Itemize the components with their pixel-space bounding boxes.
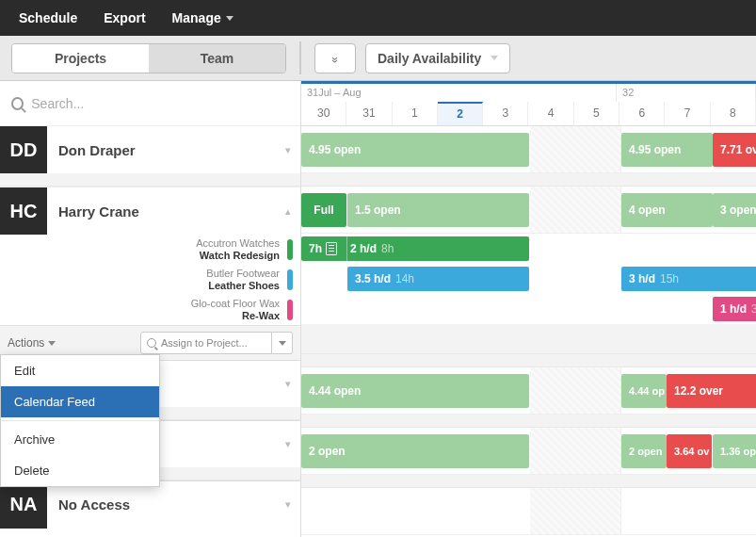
chevron-down-icon: [491, 56, 498, 60]
availability-bar[interactable]: Full: [301, 193, 346, 227]
day-cell-weekend[interactable]: 4: [528, 102, 573, 125]
day-cell-today[interactable]: 2: [438, 102, 483, 125]
assign-project-input[interactable]: [161, 337, 265, 349]
weekend: [530, 126, 621, 172]
menu-item-edit[interactable]: Edit: [1, 355, 159, 386]
day-cell[interactable]: 3: [483, 102, 528, 125]
over-bar[interactable]: 12.2 over: [667, 374, 756, 408]
timeline: 31 Jul – Aug 32 30 31 1 2 3 4 5 6 7 8: [301, 81, 756, 537]
menu-export[interactable]: Export: [104, 10, 145, 25]
top-menu: Schedule Export Manage: [0, 0, 756, 36]
menu-schedule[interactable]: Schedule: [19, 10, 77, 25]
timeline-row: 4.95 open 4.95 open 7.71 ove: [301, 126, 756, 173]
chevron-down-icon[interactable]: ▾: [285, 438, 291, 450]
search-input[interactable]: [31, 96, 289, 111]
day-cell[interactable]: 6: [619, 102, 665, 125]
tab-projects[interactable]: Projects: [12, 44, 149, 73]
timeline-row: 2 open 2 open 3.64 ov 1.36 op: [301, 428, 756, 475]
chevron-down-icon: [48, 341, 56, 346]
divider: [299, 41, 301, 74]
search-icon: [147, 338, 156, 348]
assignment-row[interactable]: Glo-coat Floor Wax Re-Wax: [0, 295, 300, 325]
day-cell-weekend[interactable]: 5: [574, 102, 619, 125]
actions-dropdown[interactable]: Actions: [8, 336, 56, 350]
context-menu: Edit Calendar Feed Archive Delete: [0, 354, 160, 487]
assign-input-wrap: [140, 332, 272, 354]
menu-item-archive[interactable]: Archive: [1, 424, 159, 455]
tab-team[interactable]: Team: [149, 44, 285, 73]
task-bar[interactable]: 3.5 h/d14h: [347, 267, 529, 291]
menu-item-calendar-feed[interactable]: Calendar Feed: [1, 386, 159, 417]
days-row: 30 31 1 2 3 4 5 6 7 8: [301, 102, 756, 125]
task-bar[interactable]: 7h 2 h/d 8h: [301, 236, 529, 261]
search-row: [0, 81, 300, 126]
availability-dropdown[interactable]: Daily Availability: [365, 43, 510, 73]
search-icon: [11, 97, 24, 110]
week-number: 31 Jul – Aug: [301, 84, 617, 102]
chevron-down-icon: [226, 16, 233, 21]
timeline-body: 4.95 open 4.95 open 7.71 ove Full 1.5 op…: [301, 126, 756, 537]
toolbar: Projects Team » Daily Availability: [0, 36, 756, 81]
note-icon: [326, 242, 337, 255]
chevron-down-icon[interactable]: ▾: [285, 378, 291, 390]
availability-bar[interactable]: 2 open: [621, 434, 667, 468]
over-bar[interactable]: 3.64 ov: [667, 434, 712, 468]
availability-bar[interactable]: 4.44 open: [301, 374, 529, 408]
weekend: [530, 428, 621, 474]
person-name: No Access: [47, 483, 285, 526]
assign-dropdown-toggle[interactable]: [272, 332, 293, 354]
person-row-dd[interactable]: DD Don Draper ▾: [0, 126, 300, 173]
timeline-row: 4.44 open 4.44 op 12.2 over: [301, 367, 756, 415]
over-bar[interactable]: 7.71 ove: [713, 133, 756, 167]
availability-bar[interactable]: 3 open: [713, 193, 756, 227]
timeline-row: [301, 488, 756, 535]
availability-bar[interactable]: 1.5 open: [347, 193, 529, 227]
timeline-subrow: 1 h/d3h: [301, 294, 756, 324]
day-cell[interactable]: 7: [665, 102, 710, 125]
chevron-up-icon[interactable]: ▴: [285, 205, 291, 218]
assignment-list: Accutron Watches Watch Redesign Butler F…: [0, 235, 300, 325]
person-row-na[interactable]: NA No Access ▾: [0, 480, 300, 528]
assignment-row[interactable]: Accutron Watches Watch Redesign: [0, 235, 300, 265]
person-row-hc[interactable]: HC Harry Crane ▴: [0, 187, 300, 235]
day-cell[interactable]: 1: [393, 102, 438, 125]
assignment-row[interactable]: Butler Footwear Leather Shoes: [0, 265, 300, 295]
weekend: [530, 187, 621, 233]
separator: [1, 420, 159, 421]
timeline-subrow: 7h 2 h/d 8h: [301, 234, 756, 264]
weekend: [530, 367, 621, 414]
availability-bar[interactable]: 4.95 open: [301, 133, 529, 167]
month-label: Jul – Aug: [318, 87, 361, 98]
view-toggle: Projects Team: [11, 43, 286, 73]
chevron-down-icon[interactable]: ▾: [285, 498, 291, 511]
availability-bar[interactable]: 1.36 op: [713, 434, 756, 468]
expand-collapse-button[interactable]: »: [314, 43, 356, 73]
actions-row: Actions Edit Calendar Feed Archive Delet…: [0, 325, 300, 360]
chevron-down-icon: [279, 341, 286, 346]
availability-bar[interactable]: 2 open: [301, 434, 529, 468]
availability-bar[interactable]: 4 open: [621, 193, 713, 227]
timeline-header: 31 Jul – Aug 32 30 31 1 2 3 4 5 6 7 8: [301, 81, 756, 126]
task-bar[interactable]: 1 h/d3h: [713, 297, 756, 321]
weekend: [530, 488, 621, 534]
avatar: HC: [0, 187, 47, 235]
color-pill: [287, 239, 293, 260]
color-pill: [287, 300, 293, 320]
avatar: NA: [0, 481, 47, 529]
task-bar[interactable]: 3 h/d15h: [621, 267, 756, 291]
week-number: 32: [617, 84, 756, 102]
color-pill: [287, 269, 293, 290]
timeline-row: Full 1.5 open 4 open 3 open: [301, 187, 756, 234]
menu-manage[interactable]: Manage: [172, 10, 233, 25]
sidebar: DD Don Draper ▾ HC Harry Crane ▴ Accutro…: [0, 81, 301, 537]
availability-bar[interactable]: 4.44 op: [621, 374, 667, 408]
menu-item-delete[interactable]: Delete: [1, 455, 159, 486]
chevron-down-icon[interactable]: ▾: [285, 144, 291, 156]
person-name: Don Draper: [47, 129, 285, 171]
person-name: Harry Crane: [47, 190, 285, 233]
day-cell[interactable]: 8: [711, 102, 756, 125]
day-cell[interactable]: 30: [301, 102, 346, 125]
availability-bar[interactable]: 4.95 open: [621, 133, 713, 167]
day-cell[interactable]: 31: [346, 102, 392, 125]
avatar: DD: [0, 126, 47, 173]
